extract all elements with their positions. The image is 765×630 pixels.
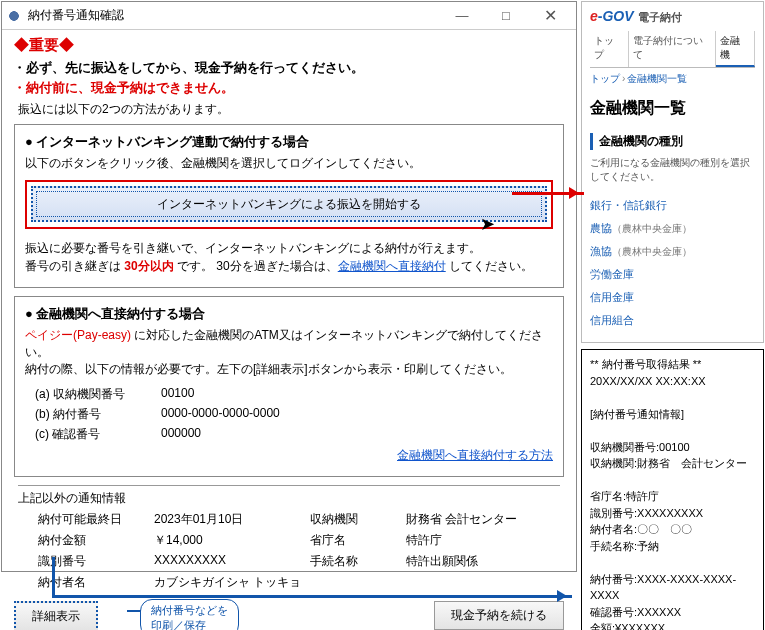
maximize-button[interactable]: □	[484, 3, 528, 29]
crumb-top[interactable]: トップ	[590, 73, 620, 84]
panel1-title: ● インターネットバンキング連動で納付する場合	[25, 133, 553, 151]
cat-roukin[interactable]: 労働金庫	[590, 263, 755, 286]
cat-shinkumi[interactable]: 信用組合	[590, 309, 755, 332]
continue-cash-button[interactable]: 現金予納を続ける	[434, 601, 564, 630]
titlebar: 納付番号通知確認 — □ ✕	[2, 2, 576, 30]
detail-button[interactable]: 詳細表示	[14, 601, 98, 630]
cat-noukyou[interactable]: 農協（農林中央金庫）	[590, 217, 755, 240]
egov-heading: 金融機関一覧	[590, 98, 755, 119]
blue-arrow-down	[52, 557, 55, 597]
detail-callout: 納付番号などを 印刷／保存	[140, 599, 239, 630]
tab-top[interactable]: トップ	[590, 31, 629, 67]
egov-tabs: トップ 電子納付について 金融機	[590, 31, 755, 68]
start-internet-banking-button[interactable]: インターネットバンキングによる振込を開始する	[31, 186, 547, 222]
panel-internet-banking: ● インターネットバンキング連動で納付する場合 以下のボタンをクリック後、金融機…	[14, 124, 564, 288]
receipt-panel: ** 納付番号取得結果 ** 20XX/XX/XX XX:XX:XX [納付番号…	[581, 349, 764, 630]
egov-panel: e-GOV電子納付 トップ 電子納付について 金融機 トップ›金融機関一覧 金融…	[581, 1, 764, 343]
tab-about[interactable]: 電子納付について	[629, 31, 717, 67]
close-button[interactable]: ✕	[528, 3, 572, 29]
other-info-title: 上記以外の通知情報	[18, 485, 560, 507]
tab-banks[interactable]: 金融機	[716, 31, 755, 67]
panel2-title: ● 金融機関へ直接納付する場合	[25, 305, 553, 323]
important-heading: ◆重要◆	[14, 36, 564, 55]
cat-gyokyou[interactable]: 漁協（農林中央金庫）	[590, 240, 755, 263]
egov-note: ご利用になる金融機関の種別を選択してください。	[590, 156, 755, 184]
egov-subheading: 金融機関の種別	[590, 133, 755, 150]
cat-shinkin[interactable]: 信用金庫	[590, 286, 755, 309]
dialog-window: 納付番号通知確認 — □ ✕ ◆重要◆ 必ず、先に振込をしてから、現金予納を行っ…	[1, 1, 577, 572]
cat-bank[interactable]: 銀行・信託銀行	[590, 194, 755, 217]
panel-direct-payment: ● 金融機関へ直接納付する場合 ペイジー(Pay-easy) に対応した金融機関…	[14, 296, 564, 477]
minimize-button[interactable]: —	[440, 3, 484, 29]
blue-arrow-right	[52, 595, 572, 598]
other-info-grid: 納付可能最終日2023年01月10日収納機関財務省 会計センター 納付金額￥14…	[38, 511, 564, 591]
breadcrumb: トップ›金融機関一覧	[590, 72, 755, 86]
direct-payment-link-inline[interactable]: 金融機関へ直接納付	[338, 259, 446, 273]
window-title: 納付番号通知確認	[28, 7, 440, 24]
note-1: 必ず、先に振込をしてから、現金予納を行ってください。	[26, 59, 564, 77]
panel1-desc: 以下のボタンをクリック後、金融機関を選択してログインしてください。	[25, 155, 553, 172]
panel1-footnote: 振込に必要な番号を引き継いで、インターネットバンキングによる納付が行えます。 番…	[25, 239, 553, 275]
panel2-desc: ペイジー(Pay-easy) に対応した金融機関のATM又はインターネットバンキ…	[25, 327, 553, 378]
bank-category-list: 銀行・信託銀行 農協（農林中央金庫） 漁協（農林中央金庫） 労働金庫 信用金庫 …	[590, 194, 755, 332]
egov-logo: e-GOV電子納付	[590, 8, 755, 25]
app-icon	[6, 8, 22, 24]
highlighted-button-frame: インターネットバンキングによる振込を開始する ➤	[25, 180, 553, 229]
note-2: 納付前に、現金予納はできません。	[26, 79, 564, 97]
subnote: 振込には以下の2つの方法があります。	[18, 101, 560, 118]
direct-payment-method-link[interactable]: 金融機関へ直接納付する方法	[397, 448, 553, 462]
payment-info-rows: (a) 収納機関番号00100 (b) 納付番号0000-0000-0000-0…	[35, 386, 553, 443]
red-arrow	[512, 192, 584, 195]
